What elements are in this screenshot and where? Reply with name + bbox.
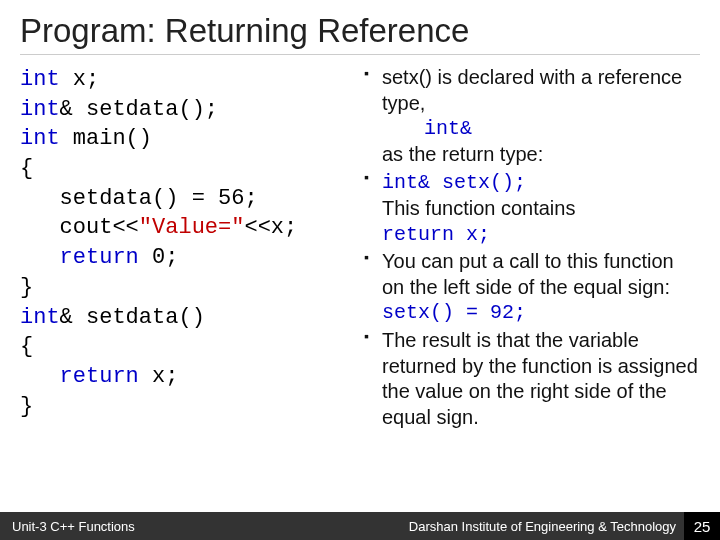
footer-institute: Darshan Institute of Engineering & Techn… — [409, 519, 676, 534]
code-text: } — [20, 275, 33, 300]
keyword: return — [60, 245, 139, 270]
bullet-item: int& setx(); This function contains retu… — [364, 169, 700, 247]
code-text: x; — [60, 67, 100, 92]
inline-code: return x; — [382, 222, 700, 248]
bullet-text: The result is that the variable returned… — [382, 329, 698, 428]
string-literal: "Value=" — [139, 215, 245, 240]
inline-code: setx() = 92; — [382, 300, 700, 326]
bullet-text: This function contains — [382, 196, 700, 222]
inline-code: int& setx(); — [382, 171, 526, 194]
code-text: setdata() = 56; — [20, 186, 258, 211]
code-text: <<x; — [244, 215, 297, 240]
bullet-item: You can put a call to this function on t… — [364, 249, 700, 326]
code-text: main() — [60, 126, 152, 151]
code-text — [20, 364, 60, 389]
bullet-text: as the return type: — [382, 142, 700, 168]
code-text — [20, 245, 60, 270]
page-number: 25 — [684, 512, 720, 540]
code-block: int x; int& setdata(); int main() { setd… — [20, 65, 350, 421]
keyword: int — [20, 305, 60, 330]
code-column: int x; int& setdata(); int main() { setd… — [20, 65, 350, 432]
content-row: int x; int& setdata(); int main() { setd… — [20, 65, 700, 432]
code-text: } — [20, 394, 33, 419]
keyword: int — [20, 97, 60, 122]
footer-bar: Unit-3 C++ Functions Darshan Institute o… — [0, 512, 720, 540]
keyword: int — [20, 126, 60, 151]
code-text: cout<< — [20, 215, 139, 240]
slide: Program: Returning Reference int x; int&… — [0, 0, 720, 540]
bullet-list: setx() is declared with a reference type… — [364, 65, 700, 430]
inline-code: int& — [382, 116, 700, 142]
footer-right: Darshan Institute of Engineering & Techn… — [409, 512, 708, 540]
bullet-item: setx() is declared with a reference type… — [364, 65, 700, 167]
keyword: int — [20, 67, 60, 92]
bullet-text: You can put a call to this function on t… — [382, 250, 674, 298]
code-text: { — [20, 334, 33, 359]
code-text: x; — [139, 364, 179, 389]
code-text: & setdata(); — [60, 97, 218, 122]
keyword: return — [60, 364, 139, 389]
code-text: { — [20, 156, 33, 181]
slide-title: Program: Returning Reference — [20, 12, 700, 55]
footer-left: Unit-3 C++ Functions — [12, 519, 135, 534]
bullet-item: The result is that the variable returned… — [364, 328, 700, 430]
code-text: & setdata() — [60, 305, 205, 330]
bullet-text: setx() is declared with a reference type… — [382, 66, 682, 114]
code-text: 0; — [139, 245, 179, 270]
bullet-column: setx() is declared with a reference type… — [364, 65, 700, 432]
